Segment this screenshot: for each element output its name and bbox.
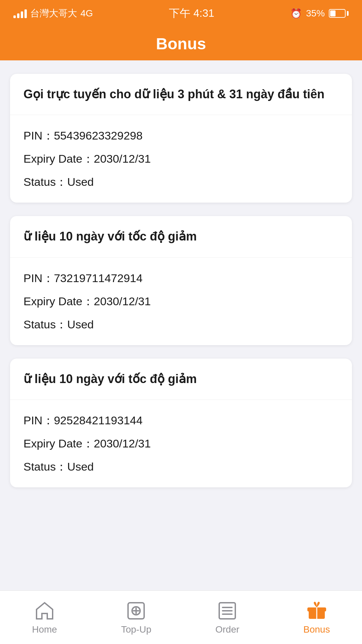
card-1-pin-value: 55439623329298 — [54, 129, 143, 142]
card-2-title-section: ữ liệu 10 ngày với tốc độ giảm — [10, 216, 352, 257]
network-type: 4G — [80, 8, 93, 19]
card-2-pin-label: PIN： — [23, 272, 54, 284]
card-3-title: ữ liệu 10 ngày với tốc độ giảm — [23, 371, 339, 387]
card-2-title: ữ liệu 10 ngày với tốc độ giảm — [23, 228, 339, 245]
status-left: 台灣大哥大 4G — [13, 7, 93, 20]
status-time: 下午 4:31 — [169, 6, 214, 21]
card-3-expiry-value: 2030/12/31 — [94, 437, 151, 450]
card-1-expiry-label: Expiry Date： — [23, 152, 94, 165]
card-3-expiry: Expiry Date：2030/12/31 — [23, 435, 339, 452]
nav-home-label: Home — [32, 624, 57, 635]
home-icon — [34, 600, 55, 622]
nav-topup[interactable]: Top-Up — [121, 600, 151, 635]
order-icon — [217, 600, 238, 622]
card-1-title-section: Gọi trực tuyến cho dữ liệu 3 phút & 31 n… — [10, 74, 352, 115]
card-3-pin: PIN：92528421193144 — [23, 412, 339, 429]
card-2-expiry-value: 2030/12/31 — [94, 295, 151, 308]
bonus-icon — [306, 600, 327, 622]
carrier-name: 台灣大哥大 — [30, 7, 77, 20]
status-right: ⏰ 35% — [290, 8, 349, 19]
card-3-title-section: ữ liệu 10 ngày với tốc độ giảm — [10, 359, 352, 400]
card-2-expiry: Expiry Date：2030/12/31 — [23, 293, 339, 310]
card-1-details: PIN：55439623329298 Expiry Date：2030/12/3… — [10, 115, 352, 203]
page-header: Bonus — [0, 27, 362, 60]
card-3-status-value: Used — [67, 460, 94, 473]
battery-percent: 35% — [306, 8, 325, 19]
card-1-status-value: Used — [67, 175, 94, 188]
bonus-card-3: ữ liệu 10 ngày với tốc độ giảm PIN：92528… — [10, 359, 352, 487]
topup-icon — [125, 600, 147, 622]
card-3-status-label: Status： — [23, 460, 67, 473]
nav-topup-label: Top-Up — [121, 624, 151, 635]
card-3-details: PIN：92528421193144 Expiry Date：2030/12/3… — [10, 400, 352, 487]
signal-icon — [13, 9, 27, 18]
card-1-status: Status：Used — [23, 173, 339, 191]
card-1-expiry-value: 2030/12/31 — [94, 152, 151, 165]
card-2-status: Status：Used — [23, 316, 339, 333]
card-2-status-label: Status： — [23, 318, 67, 331]
nav-order[interactable]: Order — [215, 600, 239, 635]
nav-bonus-label: Bonus — [303, 624, 330, 635]
card-2-status-value: Used — [67, 318, 94, 331]
nav-bonus[interactable]: Bonus — [303, 600, 330, 635]
nav-order-label: Order — [215, 624, 239, 635]
card-2-pin: PIN：73219711472914 — [23, 270, 339, 287]
bonus-card-1: Gọi trực tuyến cho dữ liệu 3 phút & 31 n… — [10, 74, 352, 203]
card-3-expiry-label: Expiry Date： — [23, 437, 94, 450]
card-3-status: Status：Used — [23, 458, 339, 475]
card-1-expiry: Expiry Date：2030/12/31 — [23, 150, 339, 167]
card-2-details: PIN：73219711472914 Expiry Date：2030/12/3… — [10, 258, 352, 345]
bottom-navigation: Home Top-Up Order — [0, 590, 362, 644]
alarm-icon: ⏰ — [290, 8, 302, 19]
card-1-pin: PIN：55439623329298 — [23, 127, 339, 144]
card-2-expiry-label: Expiry Date： — [23, 295, 94, 308]
battery-icon — [329, 9, 349, 18]
card-2-pin-value: 73219711472914 — [54, 272, 143, 284]
card-1-title: Gọi trực tuyến cho dữ liệu 3 phút & 31 n… — [23, 86, 339, 103]
status-bar: 台灣大哥大 4G 下午 4:31 ⏰ 35% — [0, 0, 362, 27]
card-3-pin-label: PIN： — [23, 414, 54, 427]
card-3-pin-value: 92528421193144 — [54, 414, 143, 427]
card-1-status-label: Status： — [23, 175, 67, 188]
bonus-card-2: ữ liệu 10 ngày với tốc độ giảm PIN：73219… — [10, 216, 352, 345]
main-content: Gọi trực tuyến cho dữ liệu 3 phút & 31 n… — [0, 60, 362, 590]
page-title: Bonus — [156, 35, 206, 53]
card-1-pin-label: PIN： — [23, 129, 54, 142]
nav-home[interactable]: Home — [32, 600, 57, 635]
